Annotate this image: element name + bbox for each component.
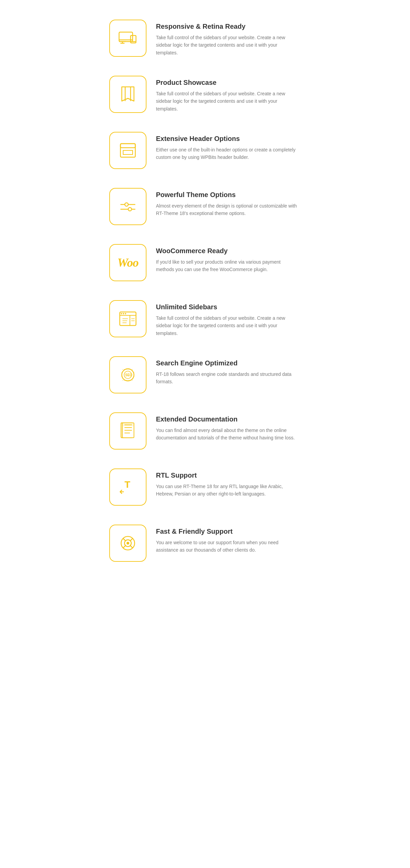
theme-content: Powerful Theme Options Almost every elem… <box>156 188 298 217</box>
docs-desc: You can find almost every detail about t… <box>156 427 298 442</box>
header-content: Extensive Header Options Either use one … <box>156 132 298 161</box>
showcase-title: Product Showcase <box>156 78 298 87</box>
woo-text: Woo <box>117 256 138 270</box>
responsive-content: Responsive & Retina Ready Take full cont… <box>156 20 298 56</box>
rtl-desc: You can use RT-Theme 18 for any RTL lang… <box>156 483 298 498</box>
feature-item-showcase: Product Showcase Take full control of th… <box>109 66 301 122</box>
header-title: Extensive Header Options <box>156 135 298 143</box>
svg-point-18 <box>125 313 126 314</box>
feature-item-woocommerce: Woo WooCommerce Ready If you'd like to s… <box>109 235 301 291</box>
docs-title: Extended Documentation <box>156 415 298 423</box>
header-icon <box>118 140 138 161</box>
seo-desc: RT-18 follows search engine code standar… <box>156 370 298 386</box>
feature-item-theme: Powerful Theme Options Almost every elem… <box>109 178 301 235</box>
theme-desc: Almost every element of the design is op… <box>156 202 298 217</box>
svg-text:SEO: SEO <box>125 373 132 377</box>
docs-icon <box>118 421 138 441</box>
support-icon <box>118 533 138 553</box>
svg-point-47 <box>127 542 129 545</box>
responsive-desc: Take full control of the sidebars of you… <box>156 34 298 56</box>
theme-icon-box <box>109 188 146 225</box>
svg-line-46 <box>130 546 133 548</box>
support-title: Fast & Friendly Support <box>156 527 298 535</box>
woocommerce-icon-box: Woo <box>109 244 146 281</box>
header-desc: Either use one of the built-in header op… <box>156 146 298 161</box>
svg-point-13 <box>128 208 132 211</box>
responsive-icon-box <box>109 20 146 57</box>
responsive-title: Responsive & Retina Ready <box>156 22 298 30</box>
support-icon-box <box>109 525 146 562</box>
feature-item-sidebars: Unlimited Sidebars Take full control of … <box>109 291 301 347</box>
sidebars-content: Unlimited Sidebars Take full control of … <box>156 300 298 337</box>
sidebars-icon <box>118 309 138 329</box>
responsive-icon <box>118 28 138 48</box>
svg-line-43 <box>123 538 126 541</box>
seo-icon-box: SEO <box>109 356 146 393</box>
theme-icon <box>118 196 138 217</box>
woocommerce-desc: If you'd like to sell your products onli… <box>156 258 298 273</box>
svg-line-44 <box>130 538 133 541</box>
sidebars-title: Unlimited Sidebars <box>156 303 298 311</box>
feature-item-support: Fast & Friendly Support You are welcome … <box>109 515 301 571</box>
rtl-content: RTL Support You can use RT-Theme 18 for … <box>156 468 298 498</box>
svg-point-16 <box>121 313 122 314</box>
feature-list: Responsive & Retina Ready Take full cont… <box>109 10 301 571</box>
svg-text:T: T <box>124 479 130 490</box>
seo-icon: SEO <box>118 365 138 385</box>
svg-rect-8 <box>120 144 135 148</box>
woocommerce-title: WooCommerce Ready <box>156 247 298 255</box>
rtl-title: RTL Support <box>156 471 298 479</box>
seo-content: Search Engine Optimized RT-18 follows se… <box>156 356 298 386</box>
sidebars-icon-box <box>109 300 146 337</box>
feature-item-seo: SEO Search Engine Optimized RT-18 follow… <box>109 347 301 403</box>
showcase-icon-box <box>109 76 146 113</box>
showcase-desc: Take full control of the sidebars of you… <box>156 90 298 113</box>
rtl-icon-box: T <box>109 468 146 506</box>
rtl-icon: T <box>118 477 138 497</box>
support-desc: You are welcome to use our support forum… <box>156 539 298 554</box>
svg-point-17 <box>123 313 124 314</box>
feature-item-responsive: Responsive & Retina Ready Take full cont… <box>109 10 301 66</box>
feature-item-header: Extensive Header Options Either use one … <box>109 122 301 178</box>
showcase-icon <box>118 84 138 104</box>
svg-point-11 <box>125 203 128 206</box>
docs-content: Extended Documentation You can find almo… <box>156 412 298 442</box>
feature-item-rtl: T RTL Support You can use RT-Theme 18 fo… <box>109 459 301 515</box>
docs-icon-box <box>109 412 146 450</box>
showcase-content: Product Showcase Take full control of th… <box>156 76 298 113</box>
woocommerce-content: WooCommerce Ready If you'd like to sell … <box>156 244 298 273</box>
seo-title: Search Engine Optimized <box>156 359 298 367</box>
feature-item-docs: Extended Documentation You can find almo… <box>109 403 301 459</box>
header-icon-box <box>109 132 146 169</box>
theme-title: Powerful Theme Options <box>156 191 298 199</box>
sidebars-desc: Take full control of the sidebars of you… <box>156 314 298 337</box>
svg-rect-9 <box>123 150 133 154</box>
support-content: Fast & Friendly Support You are welcome … <box>156 525 298 554</box>
svg-line-45 <box>123 546 126 548</box>
